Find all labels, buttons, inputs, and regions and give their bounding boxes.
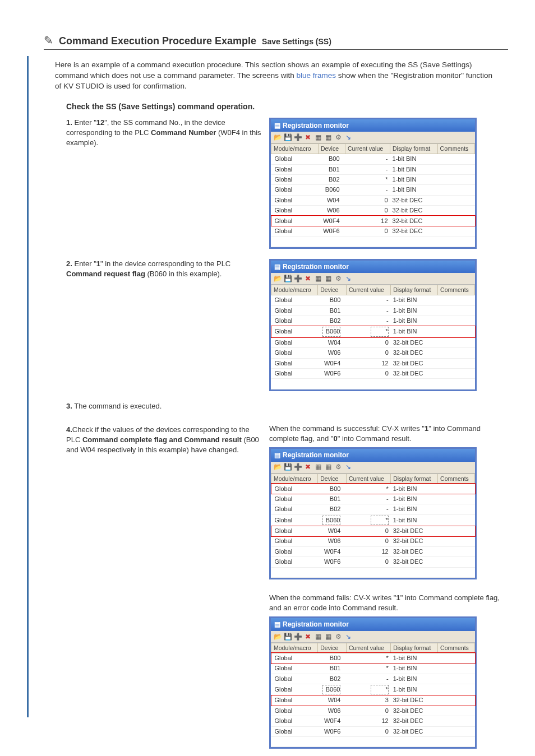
table-row: GlobalB00*1-bit BIN [271,653,475,663]
step3-text: 3. The command is executed. [66,401,262,411]
col-display-format[interactable]: Display format [391,643,438,653]
grid1-icon[interactable]: ▦ [313,463,322,472]
cell-module: Global [271,526,318,536]
cell-module: Global [271,494,318,504]
export-icon[interactable]: ↘ [344,463,353,472]
open-icon[interactable]: 📂 [273,632,282,641]
save-icon[interactable]: 💾 [283,632,292,641]
col-current-value[interactable]: Current value [346,474,390,484]
col-comments[interactable]: Comments [437,144,474,154]
cell-module: Global [271,154,319,164]
open-icon[interactable]: 📂 [273,274,282,283]
table-row: GlobalB02-1-bit BIN [271,504,475,514]
col-comments[interactable]: Comments [438,474,475,484]
cell-display-format: 1-bit BIN [391,674,438,684]
col-device[interactable]: Device [318,144,345,154]
cell-module: Global [271,185,319,195]
cell-module: Global [271,695,318,706]
table-row: GlobalB00-1-bit BIN [271,295,475,305]
cell-current-value: 12 [346,546,390,556]
cell-device: W0F4 [318,716,347,726]
cell-comments [438,706,475,716]
add-icon[interactable]: ➕ [293,133,302,142]
window-list-icon: ▤ [274,451,280,460]
cell-current-value: 0 [346,526,390,536]
table-row: GlobalW0F6032-bit DEC [271,368,475,378]
config-icon[interactable]: ⚙ [334,632,343,641]
config-icon[interactable]: ⚙ [334,133,343,142]
col-display-format[interactable]: Display format [391,474,438,484]
cell-current-value: 12 [346,716,390,726]
grid1-icon[interactable]: ▦ [313,274,322,283]
save-icon[interactable]: 💾 [283,463,292,472]
grid2-icon[interactable]: ▦ [324,632,333,641]
table-row: GlobalW06032-bit DEC [271,206,475,216]
cell-display-format: 32-bit DEC [391,358,438,368]
grid2-icon[interactable]: ▦ [324,463,333,472]
cell-device: W0F4 [318,546,347,556]
cell-display-format: 32-bit DEC [391,536,438,546]
cell-current-value: - [346,316,390,326]
grid2-icon[interactable]: ▦ [324,133,333,142]
col-comments[interactable]: Comments [438,285,475,295]
col-display-format[interactable]: Display format [390,144,438,154]
window-toolbar: 📂💾➕✖▦▦⚙↘ [271,273,475,285]
config-icon[interactable]: ⚙ [334,463,343,472]
cell-module: Global [271,684,318,695]
cell-current-value: - [345,164,390,174]
add-icon[interactable]: ➕ [293,463,302,472]
header-subtitle: Save Settings (SS) [262,37,331,46]
pencil-icon: ✎ [44,34,53,47]
delete-icon[interactable]: ✖ [303,632,312,641]
col-module[interactable]: Module/macro [271,144,319,154]
cell-device: W0F6 [318,368,347,378]
col-comments[interactable]: Comments [438,643,475,653]
col-device[interactable]: Device [318,285,347,295]
export-icon[interactable]: ↘ [344,133,353,142]
cell-comments [438,316,475,326]
success-text: When the command is successful: CV-X wri… [269,424,508,444]
save-icon[interactable]: 💾 [283,274,292,283]
save-icon[interactable]: 💾 [283,133,292,142]
cell-device: W04 [318,195,345,205]
table-row: GlobalB02-1-bit BIN [271,674,475,684]
grid1-icon[interactable]: ▦ [313,632,322,641]
delete-icon[interactable]: ✖ [303,133,312,142]
add-icon[interactable]: ➕ [293,632,302,641]
grid1-icon[interactable]: ▦ [313,133,322,142]
open-icon[interactable]: 📂 [273,463,282,472]
cell-display-format: 32-bit DEC [390,216,438,226]
cell-display-format: 32-bit DEC [391,348,438,358]
add-icon[interactable]: ➕ [293,274,302,283]
cell-device: B00 [318,295,347,305]
window-titlebar: ▤Registration monitor [271,618,475,631]
col-module[interactable]: Module/macro [271,474,318,484]
cell-module: Global [271,174,319,184]
cell-display-format: 32-bit DEC [391,716,438,726]
window-list-icon: ▤ [274,620,280,629]
col-current-value[interactable]: Current value [345,144,390,154]
delete-icon[interactable]: ✖ [303,463,312,472]
config-icon[interactable]: ⚙ [334,274,343,283]
col-device[interactable]: Device [318,474,347,484]
grid2-icon[interactable]: ▦ [324,274,333,283]
cell-module: Global [271,557,318,567]
col-device[interactable]: Device [318,643,347,653]
table-row: GlobalB060*1-bit BIN [271,326,475,337]
cell-comments [438,348,475,358]
cell-current-value: * [346,514,390,526]
col-module[interactable]: Module/macro [271,643,318,653]
cell-current-value: * [346,484,390,494]
open-icon[interactable]: 📂 [273,133,282,142]
cell-current-value: * [346,664,390,674]
cell-current-value: 0 [346,536,390,546]
export-icon[interactable]: ↘ [344,274,353,283]
col-module[interactable]: Module/macro [271,285,318,295]
col-current-value[interactable]: Current value [346,285,390,295]
delete-icon[interactable]: ✖ [303,274,312,283]
col-display-format[interactable]: Display format [391,285,438,295]
cell-module: Global [271,716,318,726]
col-current-value[interactable]: Current value [346,643,390,653]
export-icon[interactable]: ↘ [344,632,353,641]
cell-module: Global [271,674,318,684]
